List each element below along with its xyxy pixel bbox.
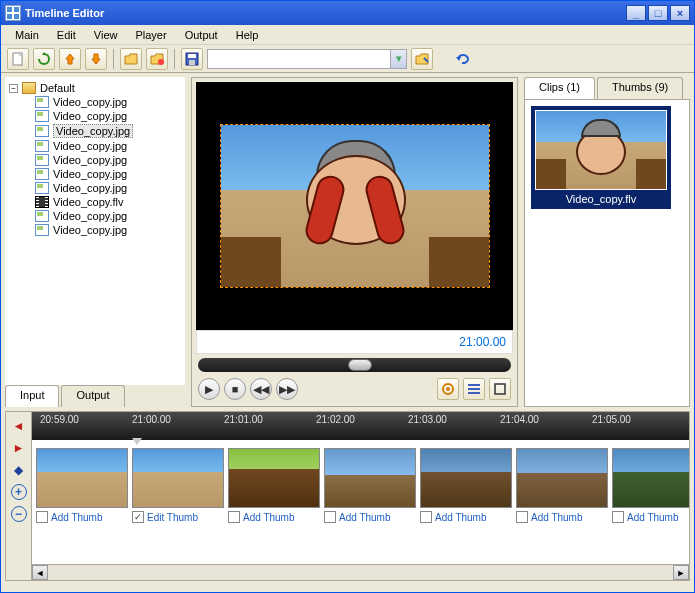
image-file-icon [35, 96, 49, 108]
settings-icon[interactable] [437, 378, 459, 400]
thumb-item[interactable]: Add Thumb [420, 448, 512, 556]
thumb-label[interactable]: Edit Thumb [147, 512, 198, 523]
minimize-button[interactable]: _ [626, 5, 646, 21]
thumb-label[interactable]: Add Thumb [51, 512, 103, 523]
thumb-item[interactable]: Add Thumb [612, 448, 689, 556]
tree-item[interactable]: Video_copy.jpg [9, 139, 181, 153]
ruler-label: 21:04.00 [500, 414, 539, 425]
scroll-right-icon[interactable]: ► [673, 565, 689, 580]
save-icon[interactable] [181, 48, 203, 70]
thumb-label[interactable]: Add Thumb [243, 512, 295, 523]
path-combo[interactable]: ▾ [207, 49, 407, 69]
fullscreen-icon[interactable] [489, 378, 511, 400]
video-display[interactable] [196, 82, 513, 330]
thumb-checkbox[interactable] [324, 511, 336, 523]
open-folder-icon[interactable] [120, 48, 142, 70]
thumb-item[interactable]: ✓Edit Thumb [132, 448, 224, 556]
thumb-image [420, 448, 512, 508]
thumb-image [612, 448, 689, 508]
tab-clips[interactable]: Clips (1) [524, 77, 595, 99]
prev-button[interactable]: ◀◀ [250, 378, 272, 400]
zoom-out-icon[interactable]: − [11, 506, 27, 522]
refresh-icon[interactable] [33, 48, 55, 70]
marker-in-icon[interactable]: ◄ [11, 418, 27, 434]
tree-item[interactable]: Video_copy.flv [9, 195, 181, 209]
thumb-label[interactable]: Add Thumb [627, 512, 679, 523]
next-button[interactable]: ▶▶ [276, 378, 298, 400]
tree-item[interactable]: Video_copy.jpg [9, 123, 181, 139]
new-doc-icon[interactable] [7, 48, 29, 70]
file-tree[interactable]: − Default Video_copy.jpgVideo_copy.jpgVi… [5, 77, 185, 385]
thumb-image [132, 448, 224, 508]
player-panel: 21:00.00 ▶ ■ ◀◀ ▶▶ [191, 77, 518, 407]
slider-thumb[interactable] [348, 359, 372, 371]
time-ruler[interactable]: 20:59.0021:00.0021:01.0021:02.0021:03.00… [32, 412, 689, 440]
scroll-left-icon[interactable]: ◄ [32, 565, 48, 580]
seek-slider[interactable] [198, 358, 511, 372]
thumb-checkbox[interactable] [420, 511, 432, 523]
tree-item[interactable]: Video_copy.jpg [9, 181, 181, 195]
ruler-label: 21:02.00 [316, 414, 355, 425]
keyframe-icon[interactable]: ◆ [11, 462, 27, 478]
close-button[interactable]: × [670, 5, 690, 21]
tree-item[interactable]: Video_copy.jpg [9, 153, 181, 167]
thumb-checkbox[interactable] [36, 511, 48, 523]
thumb-item[interactable]: Add Thumb [36, 448, 128, 556]
thumb-item[interactable]: Add Thumb [516, 448, 608, 556]
maximize-button[interactable]: □ [648, 5, 668, 21]
thumb-label[interactable]: Add Thumb [435, 512, 487, 523]
file-panel: − Default Video_copy.jpgVideo_copy.jpgVi… [5, 77, 185, 407]
thumb-label[interactable]: Add Thumb [531, 512, 583, 523]
marker-out-icon[interactable]: ► [11, 440, 27, 456]
clip-item[interactable]: Video_copy.flv [531, 106, 671, 209]
clip-name: Video_copy.flv [535, 190, 667, 205]
menu-main[interactable]: Main [7, 27, 47, 43]
tree-item[interactable]: Video_copy.jpg [9, 109, 181, 123]
thumb-item[interactable]: Add Thumb [324, 448, 416, 556]
menu-view[interactable]: View [86, 27, 126, 43]
menu-output[interactable]: Output [177, 27, 226, 43]
new-folder-icon[interactable] [146, 48, 168, 70]
chevron-down-icon[interactable]: ▾ [390, 50, 406, 68]
zoom-in-icon[interactable]: + [11, 484, 27, 500]
toolbar: ▾ [1, 45, 694, 73]
ruler-label: 21:01.00 [224, 414, 263, 425]
tree-root[interactable]: − Default [9, 81, 181, 95]
tree-item[interactable]: Video_copy.jpg [9, 223, 181, 237]
tree-item[interactable]: Video_copy.jpg [9, 95, 181, 109]
tab-input[interactable]: Input [5, 385, 59, 407]
tab-output[interactable]: Output [61, 385, 124, 407]
collapse-icon[interactable]: − [9, 84, 18, 93]
time-display: 21:00.00 [196, 330, 513, 354]
tab-thumbs[interactable]: Thumbs (9) [597, 77, 683, 99]
app-icon [5, 5, 21, 21]
thumb-checkbox[interactable] [516, 511, 528, 523]
ruler-label: 20:59.00 [40, 414, 79, 425]
image-file-icon [35, 140, 49, 152]
thumb-label[interactable]: Add Thumb [339, 512, 391, 523]
undo-icon[interactable] [451, 48, 473, 70]
export-up-icon[interactable] [59, 48, 81, 70]
playhead-marker[interactable] [132, 438, 142, 445]
list-view-icon[interactable] [463, 378, 485, 400]
titlebar[interactable]: Timeline Editor _ □ × [1, 1, 694, 25]
play-button[interactable]: ▶ [198, 378, 220, 400]
menu-help[interactable]: Help [228, 27, 267, 43]
tree-item[interactable]: Video_copy.jpg [9, 209, 181, 223]
browse-folder-icon[interactable] [411, 48, 433, 70]
svg-point-6 [446, 387, 450, 391]
thumb-checkbox[interactable] [228, 511, 240, 523]
tree-item[interactable]: Video_copy.jpg [9, 167, 181, 181]
h-scrollbar[interactable]: ◄ ► [32, 564, 689, 580]
menu-player[interactable]: Player [127, 27, 174, 43]
thumb-checkbox[interactable] [612, 511, 624, 523]
import-down-icon[interactable] [85, 48, 107, 70]
thumb-item[interactable]: Add Thumb [228, 448, 320, 556]
window-title: Timeline Editor [25, 7, 104, 19]
svg-rect-9 [468, 392, 480, 394]
menu-edit[interactable]: Edit [49, 27, 84, 43]
thumb-checkbox[interactable]: ✓ [132, 511, 144, 523]
stop-button[interactable]: ■ [224, 378, 246, 400]
image-file-icon [35, 210, 49, 222]
image-file-icon [35, 224, 49, 236]
